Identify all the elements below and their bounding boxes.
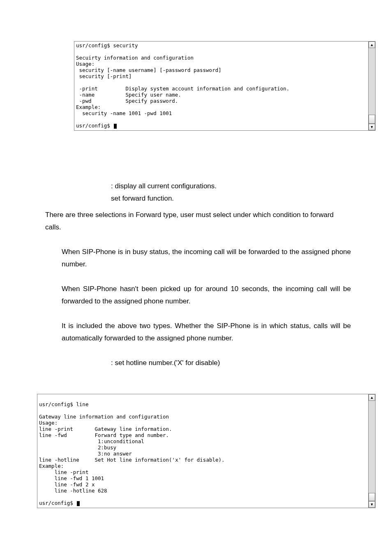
scroll-track[interactable]	[369, 401, 375, 501]
scroll-down-button[interactable]: ▼	[369, 124, 375, 130]
scroll-down-button[interactable]: ▼	[369, 501, 375, 508]
scrollbar[interactable]: ▲ ▼	[368, 394, 376, 508]
scroll-thumb[interactable]	[369, 115, 375, 124]
terminal-line-text: usr/config$ line Gateway line informatio…	[39, 401, 225, 506]
terminal-security-text: usr/config$ security Secuirty informatio…	[76, 42, 289, 129]
hotline-definition: : set hotline number.('X' for disable)	[111, 357, 351, 369]
scrollbar[interactable]: ▲ ▼	[368, 41, 376, 131]
scroll-up-button[interactable]: ▲	[369, 42, 375, 48]
chevron-down-icon: ▼	[370, 125, 374, 129]
print-definition: : display all current configurations.	[111, 180, 351, 192]
terminal-security: usr/config$ security Secuirty informatio…	[74, 41, 368, 131]
cursor-icon	[114, 124, 117, 129]
cursor-icon	[77, 501, 80, 506]
forward-busy: When SIP-Phone is in busy status, the in…	[62, 246, 351, 271]
scroll-track[interactable]	[369, 48, 375, 124]
fwd-definition: set forward function.	[111, 192, 351, 205]
chevron-down-icon: ▼	[370, 503, 374, 506]
forward-noanswer: When SIP-Phone hasn't been picked up for…	[62, 283, 351, 308]
terminal-security-block: usr/config$ security Secuirty informatio…	[74, 41, 376, 131]
scroll-up-button[interactable]: ▲	[369, 394, 375, 401]
forward-intro: There are three selections in Forward ty…	[45, 209, 351, 234]
chevron-up-icon: ▲	[370, 43, 374, 47]
forward-unconditional: It is included the above two types. Whet…	[62, 320, 351, 345]
chevron-up-icon: ▲	[370, 396, 374, 400]
terminal-line-block: usr/config$ line Gateway line informatio…	[37, 394, 376, 508]
terminal-line: usr/config$ line Gateway line informatio…	[37, 394, 368, 508]
scroll-thumb[interactable]	[369, 493, 375, 501]
